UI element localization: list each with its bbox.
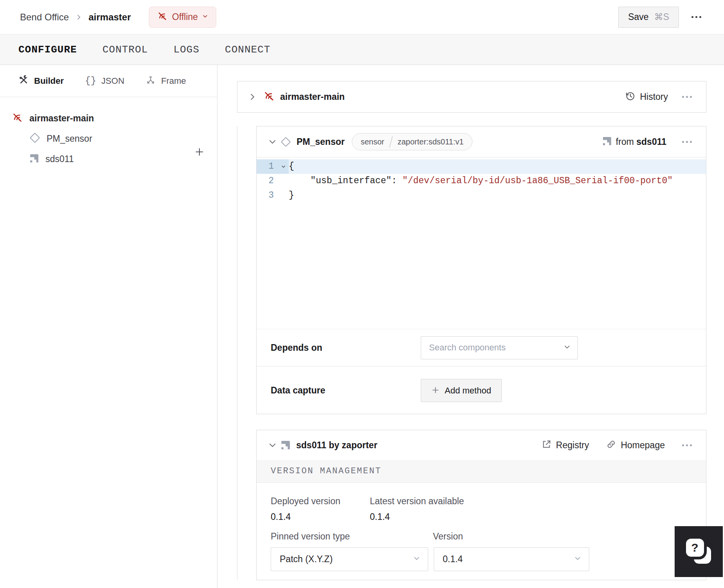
component-type-tag: sensor zaporter:sds011:v1 — [352, 133, 473, 150]
add-component-button[interactable] — [193, 146, 206, 158]
from-module-name: sds011 — [636, 137, 666, 147]
version-value: 0.1.4 — [443, 554, 574, 565]
module-icon — [281, 440, 291, 450]
save-shortcut: ⌘S — [654, 12, 669, 22]
help-chat-icon: ? — [686, 539, 712, 565]
link-chain-icon — [606, 439, 616, 451]
version-label: Version — [433, 531, 463, 542]
tree-component-label: PM_sensor — [47, 133, 92, 144]
tab-connect[interactable]: CONNECT — [225, 44, 270, 56]
frame-axes-icon — [145, 75, 156, 87]
mode-builder[interactable]: Builder — [18, 75, 64, 87]
status-label: Offline — [172, 12, 198, 22]
mode-frame-label: Frame — [161, 76, 186, 86]
wifi-off-icon — [263, 90, 275, 104]
machine-status-dropdown[interactable]: Offline — [149, 7, 216, 28]
config-sidebar: Builder {} JSON Frame — [0, 65, 217, 588]
history-button[interactable]: History — [625, 91, 668, 103]
history-clock-icon — [625, 91, 635, 103]
plus-icon — [431, 386, 440, 395]
module-icon — [602, 136, 612, 148]
code-text: { — [289, 159, 706, 174]
question-mark-glyph: ? — [686, 539, 704, 557]
mode-builder-label: Builder — [34, 76, 64, 86]
tag-model: zaporter:sds011:v1 — [398, 137, 464, 146]
chevron-down-icon — [574, 555, 581, 563]
from-prefix: from — [616, 137, 634, 147]
tab-logs[interactable]: LOGS — [174, 44, 199, 56]
code-line: 1 { — [257, 159, 706, 174]
homepage-label: Homepage — [621, 440, 665, 451]
breadcrumb-location[interactable]: Bend Office — [20, 12, 69, 23]
mode-json-label: JSON — [101, 76, 125, 86]
chevron-down-icon — [564, 344, 570, 352]
machine-tab-bar: CONFIGURE CONTROL LOGS CONNECT — [0, 34, 724, 65]
add-method-button[interactable]: Add method — [421, 379, 502, 402]
version-management-title: VERSION MANAGEMENT — [271, 466, 382, 476]
attributes-json-editor[interactable]: 1 { 2 "usb_interface": "/dev/serial/by-i… — [257, 157, 706, 329]
tag-type: sensor — [361, 137, 384, 146]
version-management-body: Deployed version Latest version availabl… — [257, 483, 706, 571]
component-card-title: PM_sensor — [297, 137, 345, 147]
code-text: "usb_interface": "/dev/serial/by-id/usb-… — [289, 174, 706, 188]
code-line: 2 "usb_interface": "/dev/serial/by-id/us… — [257, 174, 706, 188]
module-card-menu[interactable] — [678, 440, 696, 450]
module-card: sds011 by zaporter Registry — [256, 430, 706, 580]
pinned-version-type-value: Patch (X.Y.Z) — [280, 554, 413, 565]
component-diamond-icon — [281, 137, 291, 147]
breadcrumb-chevron-icon — [75, 14, 82, 21]
code-text: } — [289, 188, 706, 203]
history-label: History — [640, 92, 668, 102]
component-card: PM_sensor sensor zaporter:sds011:v1 from… — [256, 126, 706, 414]
pinned-version-type-select[interactable]: Patch (X.Y.Z) — [271, 547, 428, 571]
chevron-down-icon[interactable] — [268, 138, 277, 146]
component-diamond-icon — [29, 132, 40, 145]
version-select[interactable]: 0.1.4 — [434, 547, 589, 571]
deployed-version-label: Deployed version — [271, 496, 370, 507]
wifi-off-icon — [157, 11, 168, 23]
search-components-input[interactable] — [429, 343, 564, 353]
tree-item-module[interactable]: sds011 — [0, 149, 217, 169]
builder-tools-icon — [18, 75, 29, 87]
component-tree: airmaster-main PM_sensor sds011 — [0, 97, 217, 169]
data-capture-row: Data capture Add method — [257, 366, 706, 415]
wifi-off-icon — [12, 112, 23, 125]
tab-control[interactable]: CONTROL — [102, 44, 148, 56]
module-icon — [29, 153, 39, 165]
version-management-header: VERSION MANAGEMENT — [257, 460, 706, 483]
tree-item-component[interactable]: PM_sensor — [0, 128, 217, 149]
part-card-menu[interactable] — [678, 92, 696, 102]
tree-module-label: sds011 — [45, 154, 74, 164]
save-label: Save — [628, 12, 648, 22]
chevron-down-icon — [413, 555, 420, 563]
view-mode-switcher: Builder {} JSON Frame — [0, 65, 217, 97]
add-method-label: Add method — [445, 386, 491, 396]
homepage-link[interactable]: Homepage — [606, 439, 665, 451]
help-button[interactable]: ? — [675, 526, 723, 577]
tab-configure[interactable]: CONFIGURE — [18, 44, 77, 56]
mode-frame[interactable]: Frame — [145, 75, 186, 87]
latest-version-label: Latest version available — [370, 496, 464, 507]
fold-toggle-icon[interactable] — [278, 159, 289, 174]
depends-on-select[interactable] — [421, 336, 578, 359]
part-card-title: airmaster-main — [280, 92, 345, 102]
line-number: 3 — [257, 188, 278, 203]
data-capture-label: Data capture — [271, 385, 421, 396]
component-card-header: PM_sensor sensor zaporter:sds011:v1 from… — [257, 126, 706, 157]
topbar-overflow-menu[interactable] — [688, 12, 705, 22]
breadcrumb-machine[interactable]: airmaster — [89, 12, 131, 23]
from-module-link[interactable]: from sds011 — [602, 136, 666, 148]
mode-json[interactable]: {} JSON — [85, 76, 125, 86]
chevron-right-icon[interactable] — [248, 93, 257, 101]
pinned-version-type-label: Pinned version type — [271, 531, 433, 542]
depends-on-label: Depends on — [271, 343, 421, 353]
external-link-icon — [541, 439, 552, 451]
chevron-down-icon[interactable] — [268, 441, 277, 449]
save-button[interactable]: Save ⌘S — [618, 7, 679, 28]
tree-item-part[interactable]: airmaster-main — [0, 108, 217, 128]
latest-version-value: 0.1.4 — [370, 512, 390, 522]
component-card-menu[interactable] — [678, 137, 696, 147]
tag-divider — [389, 136, 393, 147]
json-braces-icon: {} — [85, 76, 96, 86]
registry-link[interactable]: Registry — [541, 439, 589, 451]
